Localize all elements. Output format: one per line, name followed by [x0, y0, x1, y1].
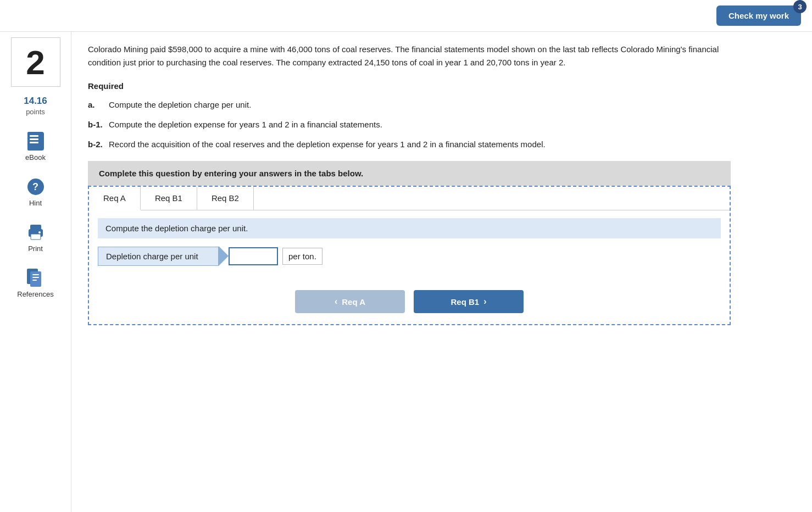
required-label: Required [88, 81, 796, 91]
svg-point-4 [38, 231, 41, 233]
ebook-icon-area [26, 131, 46, 151]
req-b1-text: Compute the depletion expense for years … [109, 118, 713, 131]
svg-rect-2 [31, 234, 41, 240]
question-number: 2 [26, 43, 45, 82]
next-button[interactable]: Req B1 › [414, 290, 524, 313]
check-my-work-label: Check my work [728, 11, 789, 20]
answer-input[interactable] [229, 247, 278, 265]
req-b1-letter: b-1. [88, 118, 109, 131]
unit-label: per ton. [282, 248, 322, 265]
main-layout: 2 14.16 points eBook Hint [0, 32, 812, 512]
tab-description-text: Compute the depletion charge per unit. [105, 224, 248, 233]
sidebar-item-print[interactable]: Print [0, 217, 71, 258]
complete-notice-text: Complete this question by entering your … [99, 169, 363, 178]
tab-req-a-label: Req A [103, 193, 126, 203]
prev-label: Req A [342, 297, 365, 307]
references-icon [27, 269, 45, 287]
sidebar: 2 14.16 points eBook Hint [0, 32, 71, 512]
requirement-b2: b-2. Record the acquisition of the coal … [88, 138, 796, 151]
svg-rect-7 [32, 274, 39, 275]
tab-content: Compute the depletion charge per unit. D… [89, 210, 730, 279]
sidebar-item-ebook[interactable]: eBook [0, 126, 71, 167]
req-a-text: Compute the depletion charge per unit. [109, 98, 713, 112]
req-b2-letter: b-2. [88, 138, 109, 151]
tabs-section: Req A Req B1 Req B2 Compute the depletio… [88, 186, 731, 325]
nav-buttons: ‹ Req A Req B1 › [89, 279, 730, 324]
requirement-a: a. Compute the depletion charge per unit… [88, 98, 796, 112]
references-label: References [17, 290, 53, 298]
references-icon-area [26, 268, 46, 288]
tabs-row: Req A Req B1 Req B2 [89, 187, 730, 210]
question-number-box: 2 [11, 37, 60, 87]
hint-icon [27, 179, 44, 195]
next-chevron: › [483, 297, 486, 307]
content-area: Colorado Mining paid $598,000 to acquire… [71, 32, 812, 512]
complete-notice: Complete this question by entering your … [88, 161, 731, 186]
hint-icon-area [26, 177, 46, 197]
tab-req-b2-label: Req B2 [212, 193, 239, 203]
svg-rect-9 [32, 280, 37, 281]
next-label: Req B1 [451, 297, 479, 307]
hint-label: Hint [29, 199, 42, 207]
sidebar-item-references[interactable]: References [0, 263, 71, 304]
prev-button[interactable]: ‹ Req A [295, 290, 405, 313]
points-value: 14.16 [24, 96, 47, 107]
input-label: Depletion charge per unit [98, 247, 219, 266]
top-bar: Check my work 3 [0, 0, 812, 32]
svg-rect-8 [32, 277, 39, 278]
sidebar-item-hint[interactable]: Hint [0, 171, 71, 213]
req-b2-text: Record the acquisition of the coal reser… [109, 138, 713, 151]
svg-rect-0 [30, 225, 41, 230]
tab-req-b2[interactable]: Req B2 [197, 187, 254, 210]
question-body: Colorado Mining paid $598,000 to acquire… [88, 43, 720, 69]
tab-req-b1[interactable]: Req B1 [141, 187, 197, 210]
requirement-b1: b-1. Compute the depletion expense for y… [88, 118, 796, 131]
tab-req-b1-label: Req B1 [155, 193, 182, 203]
print-label: Print [28, 244, 43, 253]
check-my-work-button[interactable]: Check my work 3 [716, 5, 801, 26]
print-icon-area [26, 222, 46, 242]
ebook-icon [27, 132, 44, 151]
tab-req-a[interactable]: Req A [89, 187, 141, 210]
points-text: points [26, 108, 45, 116]
divider-triangle [219, 246, 229, 266]
ebook-label: eBook [25, 153, 46, 162]
prev-chevron: ‹ [335, 297, 337, 307]
req-a-letter: a. [88, 98, 109, 112]
points-label: 14.16 points [24, 96, 47, 116]
svg-rect-6 [30, 271, 41, 287]
badge-count: 3 [793, 0, 807, 13]
input-row: Depletion charge per unit per ton. [98, 246, 721, 266]
tab-description: Compute the depletion charge per unit. [98, 218, 721, 238]
print-icon [27, 225, 44, 240]
